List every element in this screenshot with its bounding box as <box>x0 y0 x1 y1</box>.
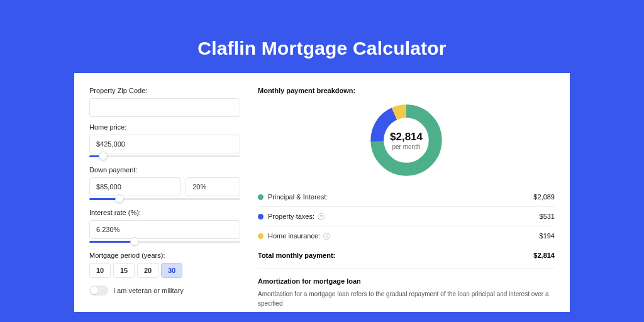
down-payment-slider[interactable] <box>89 195 240 203</box>
interest-label: Interest rate (%): <box>89 209 240 216</box>
breakdown-item-label: Property taxes: <box>268 213 314 220</box>
period-button-10[interactable]: 10 <box>89 263 111 278</box>
breakdown-line: Home insurance:?$194 <box>258 226 555 245</box>
breakdown-item-label: Home insurance: <box>268 232 320 240</box>
interest-slider[interactable] <box>89 238 240 245</box>
total-value: $2,814 <box>533 252 555 259</box>
down-payment-amount-input[interactable] <box>89 177 180 196</box>
page-root: Claflin Mortgage Calculator Property Zip… <box>0 0 644 322</box>
period-field: Mortgage period (years): 10152030 <box>89 252 240 278</box>
donut-center: $2,814 per month <box>368 102 445 179</box>
amortization-text: Amortization for a mortgage loan refers … <box>258 290 555 308</box>
zip-input[interactable] <box>89 98 240 117</box>
breakdown-item-value: $2,089 <box>533 193 555 201</box>
home-price-input[interactable] <box>89 135 240 153</box>
slider-thumb[interactable] <box>99 152 108 160</box>
home-price-field: Home price: <box>89 123 240 160</box>
donut-sub: per month <box>392 143 420 150</box>
amortization-title: Amortization for mortgage loan <box>258 277 555 285</box>
form-column: Property Zip Code: Home price: Down paym… <box>89 87 240 312</box>
total-label: Total monthly payment: <box>258 252 335 259</box>
breakdown-title: Monthly payment breakdown: <box>258 87 555 94</box>
legend-dot <box>258 214 264 219</box>
down-payment-percent-input[interactable] <box>186 177 240 196</box>
interest-input[interactable] <box>89 220 240 239</box>
total-row: Total monthly payment: $2,814 <box>258 245 555 268</box>
zip-field: Property Zip Code: <box>89 87 240 117</box>
veteran-row: I am veteran or military <box>89 286 240 296</box>
breakdown-item-value: $531 <box>540 213 555 220</box>
zip-label: Property Zip Code: <box>89 87 240 94</box>
calculator-card: Property Zip Code: Home price: Down paym… <box>74 73 570 312</box>
donut-amount: $2,814 <box>390 131 423 143</box>
slider-thumb[interactable] <box>115 194 124 203</box>
period-button-30[interactable]: 30 <box>161 263 182 278</box>
legend-dot <box>258 194 264 200</box>
slider-thumb[interactable] <box>130 237 139 246</box>
veteran-toggle[interactable] <box>89 286 108 296</box>
period-button-row: 10152030 <box>89 263 240 278</box>
down-payment-field: Down payment: <box>89 166 240 203</box>
info-icon[interactable]: ? <box>318 213 325 220</box>
donut-chart: $2,814 per month <box>368 102 445 179</box>
breakdown-line: Principal & Interest:$2,089 <box>258 187 555 207</box>
breakdown-item-label: Principal & Interest: <box>268 193 328 201</box>
breakdown-column: Monthly payment breakdown: $2,814 per mo… <box>258 87 555 312</box>
home-price-label: Home price: <box>89 123 240 131</box>
page-title: Claflin Mortgage Calculator <box>0 0 644 73</box>
breakdown-lines: Principal & Interest:$2,089Property taxe… <box>258 187 555 245</box>
breakdown-item-value: $194 <box>540 232 555 240</box>
amortization-section: Amortization for mortgage loan Amortizat… <box>258 268 555 308</box>
donut-container: $2,814 per month <box>258 98 555 187</box>
down-payment-label: Down payment: <box>89 166 240 174</box>
legend-dot <box>258 233 264 239</box>
veteran-label: I am veteran or military <box>113 287 184 294</box>
period-button-20[interactable]: 20 <box>137 263 158 278</box>
home-price-slider[interactable] <box>89 152 240 160</box>
interest-field: Interest rate (%): <box>89 209 240 245</box>
period-button-15[interactable]: 15 <box>113 263 135 278</box>
breakdown-line: Property taxes:?$531 <box>258 207 555 226</box>
period-label: Mortgage period (years): <box>89 252 240 259</box>
info-icon[interactable]: ? <box>323 233 330 240</box>
